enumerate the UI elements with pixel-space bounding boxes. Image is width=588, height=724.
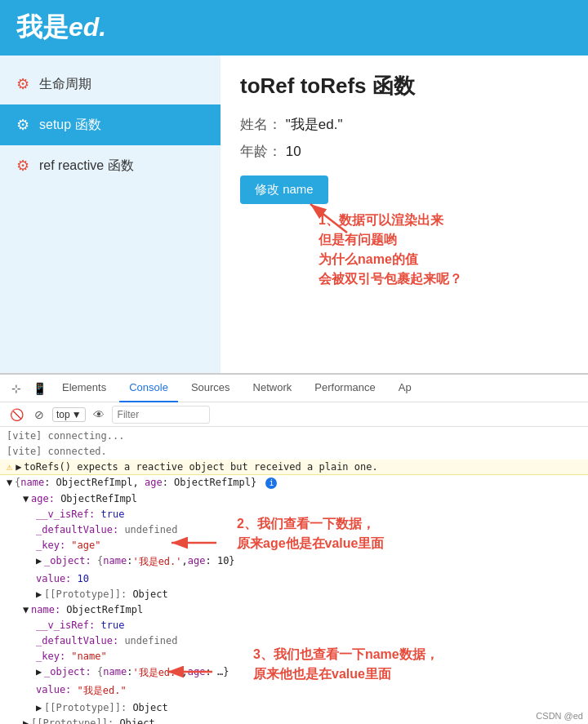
expand-arrow-root-proto[interactable]: ▶ bbox=[23, 717, 31, 724]
expand-arrow-name-obj[interactable]: ▶ bbox=[36, 666, 44, 677]
chevron-down-icon: ▼ bbox=[72, 409, 82, 420]
expand-arrow-name-proto[interactable]: ▶ bbox=[36, 702, 44, 713]
console-text: [vite] connecting... bbox=[7, 430, 125, 442]
expand-arrow-warn[interactable]: ▶ bbox=[16, 461, 24, 473]
warn-text: toRefs() expects a reactive object but r… bbox=[24, 461, 377, 473]
gear-icon-lifecycle: ⚙ bbox=[16, 75, 29, 93]
page-wrapper: 我是ed. ⚙ 生命周期 ⚙ setup 函数 ⚙ ref reactive 函… bbox=[0, 0, 588, 724]
expand-arrow-age[interactable]: ▼ bbox=[23, 493, 31, 504]
console-line-name-object: ▶ _object: {name: '我是ed.', age: …} bbox=[0, 664, 588, 682]
expand-arrow-age-proto[interactable]: ▶ bbox=[36, 589, 44, 600]
header-title: 我是ed. bbox=[16, 10, 106, 46]
tab-sources[interactable]: Sources bbox=[181, 375, 240, 402]
console-line-name-key: _key: "name" bbox=[0, 649, 588, 664]
info-icon[interactable]: i bbox=[265, 477, 277, 489]
devtools: ⊹ 📱 Elements Console Sources Network Per… bbox=[0, 373, 588, 724]
console-filter-input[interactable] bbox=[112, 406, 210, 424]
content-title: toRef toRefs 函数 bbox=[240, 72, 568, 100]
console-line-root-proto: ▶ [[Prototype]]: Object bbox=[0, 716, 588, 724]
console-line-age-value: value: 10 bbox=[0, 571, 588, 587]
content-name-row: 姓名： "我是ed." bbox=[240, 115, 568, 134]
tab-console[interactable]: Console bbox=[119, 375, 178, 402]
devtools-tabs-bar: ⊹ 📱 Elements Console Sources Network Per… bbox=[0, 375, 588, 402]
eye-icon[interactable]: 👁 bbox=[89, 405, 109, 424]
sidebar-label-lifecycle: 生命周期 bbox=[39, 76, 91, 93]
tab-network[interactable]: Network bbox=[243, 375, 302, 402]
console-text: [vite] connected. bbox=[7, 446, 107, 457]
main-layout: ⚙ 生命周期 ⚙ setup 函数 ⚙ ref reactive 函数 toRe… bbox=[0, 56, 588, 373]
name-value: "我是ed." bbox=[286, 117, 343, 132]
age-label: 年龄： bbox=[240, 144, 282, 159]
console-line-name-proto: ▶ [[Prototype]]: Object bbox=[0, 700, 588, 716]
context-selector[interactable]: top ▼ bbox=[52, 407, 86, 422]
expand-arrow-root[interactable]: ▼ bbox=[7, 477, 15, 488]
console-line-warn: ⚠ ▶ toRefs() expects a reactive object b… bbox=[0, 460, 588, 475]
sidebar-item-ref-reactive[interactable]: ⚙ ref reactive 函数 bbox=[0, 145, 220, 186]
console-line-age-proto: ▶ [[Prototype]]: Object bbox=[0, 587, 588, 602]
console-line-name-default: _defaultValue: undefined bbox=[0, 633, 588, 649]
sidebar: ⚙ 生命周期 ⚙ setup 函数 ⚙ ref reactive 函数 bbox=[0, 56, 220, 373]
console-line-age-isref: __v_isRef: true bbox=[0, 507, 588, 522]
console-line-age-key: _key: "age" bbox=[0, 538, 588, 553]
console-line-age-object: ▶ _object: {name: '我是ed.', age: 10} bbox=[0, 553, 588, 571]
console-line-age-default: _defaultValue: undefined bbox=[0, 522, 588, 538]
console-line-age-impl: ▼ age: ObjectRefImpl bbox=[0, 491, 588, 507]
console-line-vite-connecting: [vite] connecting... bbox=[0, 429, 588, 444]
clear-console-icon[interactable]: 🚫 bbox=[7, 405, 26, 424]
content-age-row: 年龄： 10 bbox=[240, 142, 568, 161]
console-line-vite-connected: [vite] connected. bbox=[0, 444, 588, 460]
sidebar-label-ref-reactive: ref reactive 函数 bbox=[39, 158, 134, 175]
sidebar-label-setup: setup 函数 bbox=[39, 117, 101, 134]
sidebar-item-setup[interactable]: ⚙ setup 函数 bbox=[0, 104, 220, 145]
expand-arrow-age-obj[interactable]: ▶ bbox=[36, 555, 44, 566]
console-line-name-isref: __v_isRef: true bbox=[0, 618, 588, 633]
console-line-name-impl: ▼ name: ObjectRefImpl bbox=[0, 602, 588, 618]
console-line-name-value: value: "我是ed." bbox=[0, 682, 588, 700]
obj-root-text: {name: ObjectRefImpl, age: ObjectRefImpl… bbox=[15, 477, 277, 489]
warn-icon: ⚠ bbox=[7, 461, 12, 473]
gear-icon-setup: ⚙ bbox=[16, 116, 29, 134]
devtools-toolbar-2: 🚫 ⊘ top ▼ 👁 bbox=[0, 402, 588, 427]
devtools-select-icon[interactable]: ⊹ bbox=[7, 379, 26, 398]
tab-elements[interactable]: Elements bbox=[52, 375, 116, 402]
tab-ap[interactable]: Ap bbox=[389, 375, 421, 402]
content-area: toRef toRefs 函数 姓名： "我是ed." 年龄： 10 修改 na… bbox=[220, 56, 588, 373]
watermark: CSDN @ed bbox=[536, 711, 583, 721]
filter-icon[interactable]: ⊘ bbox=[29, 405, 49, 424]
expand-arrow-name[interactable]: ▼ bbox=[23, 604, 31, 615]
header-title-normal: 我是 bbox=[16, 12, 69, 42]
context-value: top bbox=[56, 409, 70, 420]
sidebar-item-lifecycle[interactable]: ⚙ 生命周期 bbox=[0, 64, 220, 104]
tab-performance[interactable]: Performance bbox=[305, 375, 385, 402]
modify-name-button[interactable]: 修改 name bbox=[240, 175, 328, 204]
gear-icon-ref-reactive: ⚙ bbox=[16, 157, 29, 175]
console-line-obj-root: ▼ {name: ObjectRefImpl, age: ObjectRefIm… bbox=[0, 475, 588, 491]
name-label: 姓名： bbox=[240, 117, 282, 132]
header: 我是ed. bbox=[0, 0, 588, 56]
devtools-mobile-icon[interactable]: 📱 bbox=[29, 379, 49, 398]
header-title-italic: ed. bbox=[69, 12, 106, 42]
console-output: [vite] connecting... [vite] connected. ⚠… bbox=[0, 427, 588, 724]
age-value: 10 bbox=[286, 144, 301, 159]
